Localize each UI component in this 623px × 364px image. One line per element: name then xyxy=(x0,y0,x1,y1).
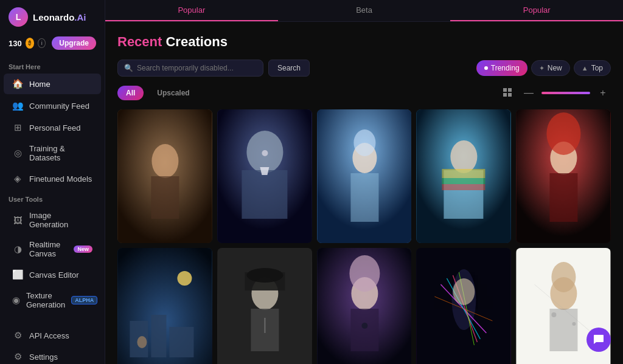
grid-view-button[interactable] xyxy=(500,85,516,101)
image-grid-row-2 xyxy=(117,248,611,364)
sidebar-bottom: ⚙ API Access ⚙ Settings ? FAQ & Help xyxy=(0,325,105,364)
svg-rect-14 xyxy=(350,173,378,222)
logo: L Leonardo.Ai xyxy=(0,7,105,34)
sidebar-settings-label: Settings xyxy=(29,352,92,362)
svg-rect-9 xyxy=(242,170,287,219)
image-card-2[interactable] xyxy=(217,109,312,243)
svg-rect-41 xyxy=(350,309,378,351)
svg-point-56 xyxy=(552,312,557,317)
search-input-wrap[interactable]: 🔍 xyxy=(117,60,263,77)
tab-popular-1[interactable]: Popular xyxy=(105,0,278,21)
sidebar-item-image-gen[interactable]: 🖼 Image Generation xyxy=(4,206,101,234)
size-slider[interactable] xyxy=(541,92,590,94)
upgrade-button[interactable]: Upgrade xyxy=(52,36,96,50)
filter-trending[interactable]: Trending xyxy=(476,60,527,76)
image-card-8[interactable] xyxy=(317,248,412,364)
image-card-9[interactable] xyxy=(416,248,511,364)
svg-rect-1 xyxy=(508,88,512,92)
settings-icon: ⚙ xyxy=(12,351,23,362)
title-highlight: Recent xyxy=(117,34,162,49)
sidebar-realtime-canvas-label: Realtime Canvas xyxy=(29,240,68,258)
search-bar: 🔍 Search Trending ✦ New ▲ Top xyxy=(117,60,611,77)
image-6 xyxy=(117,248,212,364)
svg-point-17 xyxy=(451,140,478,173)
image-8 xyxy=(317,248,412,364)
search-input[interactable] xyxy=(137,64,257,72)
filter-buttons: Trending ✦ New ▲ Top xyxy=(476,60,611,76)
training-icon: ◎ xyxy=(12,148,23,159)
sidebar-item-settings[interactable]: ⚙ Settings xyxy=(4,346,101,364)
svg-point-50 xyxy=(453,278,475,305)
realtime-canvas-icon: ◑ xyxy=(12,244,23,255)
home-icon: 🏠 xyxy=(12,78,23,89)
minus-button[interactable]: — xyxy=(521,85,537,101)
start-here-label: Start Here xyxy=(0,57,105,73)
sidebar-training-label: Training & Datasets xyxy=(29,144,92,162)
svg-rect-0 xyxy=(503,88,507,92)
image-card-6[interactable] xyxy=(117,248,212,364)
slider-track xyxy=(541,92,590,94)
user-tools-label: User Tools xyxy=(0,190,105,205)
sidebar-home-label: Home xyxy=(29,80,92,89)
chat-bubble[interactable] xyxy=(586,328,611,352)
info-icon[interactable]: i xyxy=(38,38,46,48)
sidebar: L Leonardo.Ai 130 ₿ i Upgrade Start Here… xyxy=(0,0,105,364)
image-card-1[interactable] xyxy=(117,109,212,243)
view-icons: — + xyxy=(500,85,611,101)
image-gen-icon: 🖼 xyxy=(12,215,23,225)
filter-new[interactable]: ✦ New xyxy=(531,60,570,76)
sidebar-item-realtime-canvas[interactable]: ◑ Realtime Canvas New xyxy=(4,235,101,263)
view-row: All Upscaled — + xyxy=(117,85,611,101)
svg-rect-29 xyxy=(151,315,166,357)
svg-point-10 xyxy=(262,150,268,156)
sidebar-item-api[interactable]: ⚙ API Access xyxy=(4,325,101,346)
search-button[interactable]: Search xyxy=(268,60,310,77)
svg-rect-2 xyxy=(503,93,507,97)
sidebar-item-canvas-editor[interactable]: ⬜ Canvas Editor xyxy=(4,264,101,285)
tab-upscaled[interactable]: Upscaled xyxy=(148,86,198,100)
credits-count: 130 xyxy=(9,39,22,48)
svg-point-27 xyxy=(177,271,192,286)
app-name: Leonardo.Ai xyxy=(33,12,86,22)
sidebar-item-community-feed[interactable]: 👥 Community Feed xyxy=(4,95,101,116)
filter-top[interactable]: ▲ Top xyxy=(574,60,611,76)
sidebar-community-feed-label: Community Feed xyxy=(29,101,92,111)
sidebar-item-finetuned[interactable]: ◈ Finetuned Models xyxy=(4,168,101,189)
new-badge: New xyxy=(74,246,92,253)
image-card-7[interactable] xyxy=(217,248,312,364)
svg-rect-6 xyxy=(151,176,179,219)
svg-point-57 xyxy=(573,322,576,326)
avatar: L xyxy=(9,7,28,27)
tab-popular-2[interactable]: Popular xyxy=(450,0,623,21)
trending-dot xyxy=(484,66,488,70)
top-tabs: Popular Beta Popular xyxy=(105,0,623,22)
sidebar-item-home[interactable]: 🏠 Home xyxy=(4,74,101,94)
tab-all[interactable]: All xyxy=(117,86,144,100)
sidebar-image-gen-label: Image Generation xyxy=(29,211,92,229)
page-area: Recent Creations 🔍 Search Trending ✦ New xyxy=(105,22,623,364)
image-card-3[interactable] xyxy=(317,109,412,243)
community-feed-icon: 👥 xyxy=(12,100,23,111)
finetuned-icon: ◈ xyxy=(12,173,23,184)
api-icon: ⚙ xyxy=(12,330,23,341)
svg-point-36 xyxy=(246,268,283,283)
sidebar-personal-feed-label: Personal Feed xyxy=(29,123,92,132)
sidebar-item-personal-feed[interactable]: ⊞ Personal Feed xyxy=(4,117,101,138)
tab-beta[interactable]: Beta xyxy=(278,0,451,21)
image-4 xyxy=(416,109,511,243)
search-icon: 🔍 xyxy=(124,64,133,72)
svg-point-24 xyxy=(547,112,581,155)
plus-button[interactable]: + xyxy=(595,85,611,101)
svg-rect-20 xyxy=(442,178,486,184)
sidebar-item-training[interactable]: ◎ Training & Datasets xyxy=(4,139,101,167)
credits-icon: ₿ xyxy=(26,38,34,49)
svg-rect-3 xyxy=(508,93,512,97)
image-card-4[interactable] xyxy=(416,109,511,243)
sidebar-item-texture-gen[interactable]: ◉ Texture Generation ALPHA xyxy=(4,286,101,314)
image-card-5[interactable] xyxy=(516,109,611,243)
svg-rect-21 xyxy=(442,184,486,190)
image-grid-row-1 xyxy=(117,109,611,243)
alpha-badge: ALPHA xyxy=(71,296,97,304)
svg-point-15 xyxy=(353,129,375,156)
image-7 xyxy=(217,248,312,364)
